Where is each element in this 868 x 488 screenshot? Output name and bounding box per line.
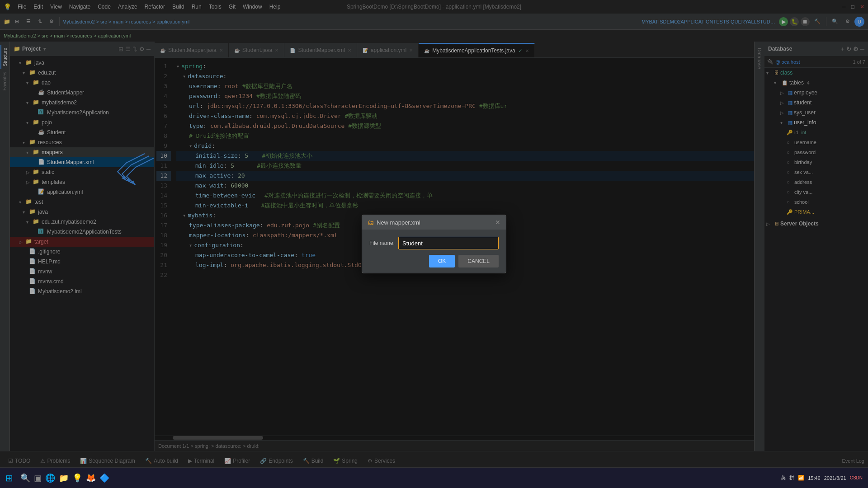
taskbar-edge[interactable]: 🌐	[45, 473, 55, 483]
modal-overlay: 🗂 New mapper.xml ✕ File name: OK CANCEL	[0, 0, 868, 488]
tray-csdn[interactable]: CSDN	[850, 475, 863, 480]
modal-filename-label: File name:	[369, 240, 395, 246]
modal-title-bar: 🗂 New mapper.xml ✕	[362, 215, 506, 230]
modal-icon: 🗂	[368, 219, 374, 226]
modal-buttons: OK CANCEL	[369, 255, 499, 267]
tray-lang-zh: 英	[781, 474, 786, 481]
modal-filename-input[interactable]	[398, 237, 499, 249]
modal-title: New mapper.xml	[377, 219, 495, 226]
modal-body: File name: OK CANCEL	[362, 230, 506, 273]
taskbar-files[interactable]: 📁	[59, 473, 69, 483]
modal-field-filename: File name:	[369, 237, 499, 249]
taskview-button[interactable]: ▣	[34, 473, 42, 483]
tray-wifi[interactable]: 📶	[798, 475, 804, 481]
tray-lang-pinyin: 拼	[789, 474, 794, 481]
tray-date: 2021/8/21	[824, 475, 846, 481]
taskbar: ⊞ 🔍 ▣ 🌐 📁 💡 🦊 🔷 英 拼 📶 15:46 2021/8/21 CS…	[0, 467, 868, 488]
taskbar-browser[interactable]: 🦊	[86, 473, 96, 483]
modal-close-button[interactable]: ✕	[495, 219, 500, 226]
taskbar-idea[interactable]: 💡	[72, 473, 82, 483]
tray-clock: 15:46	[808, 475, 821, 481]
modal-ok-button[interactable]: OK	[429, 255, 455, 267]
search-button[interactable]: 🔍	[20, 473, 30, 483]
taskbar-app2[interactable]: 🔷	[99, 473, 109, 483]
modal-cancel-button[interactable]: CANCEL	[458, 255, 499, 267]
modal-dialog: 🗂 New mapper.xml ✕ File name: OK CANCEL	[362, 215, 506, 273]
windows-button[interactable]: ⊞	[5, 473, 13, 483]
system-tray: 英 拼 📶 15:46 2021/8/21 CSDN	[781, 474, 863, 481]
